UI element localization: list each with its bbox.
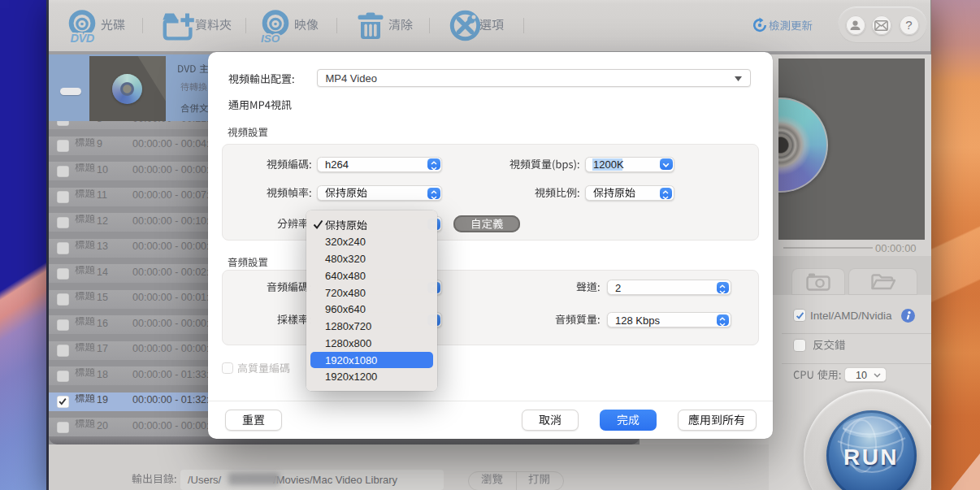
svg-text:DVD: DVD xyxy=(71,32,95,45)
svg-text:ISO: ISO xyxy=(261,33,280,45)
